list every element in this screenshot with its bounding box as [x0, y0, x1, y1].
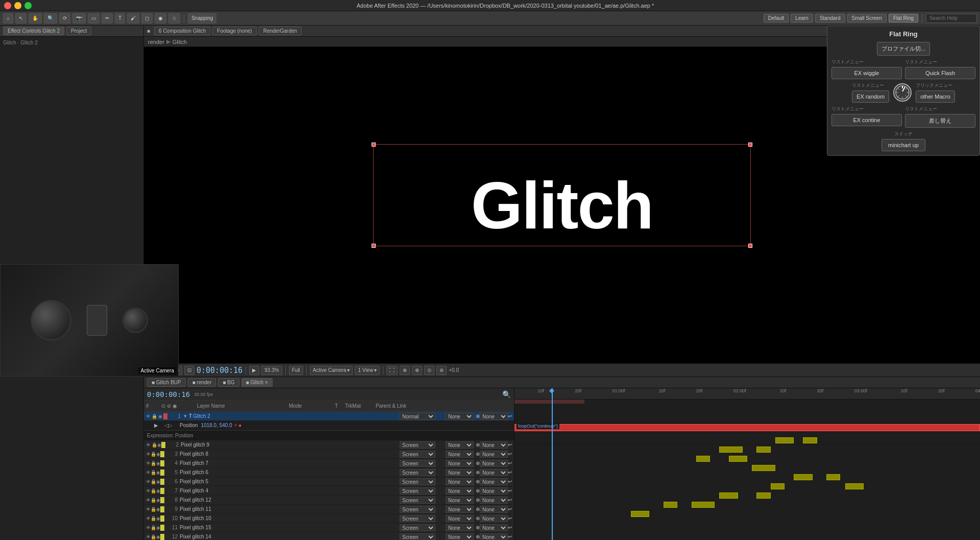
viewer-quality[interactable]: Full	[289, 366, 303, 375]
trk-2[interactable]: None	[446, 441, 474, 449]
layer-row-1[interactable]: 👁 🔒 ◉ 1 ▼ T Glitch 2 Normal None ⊕ None	[144, 412, 514, 421]
mode-select-1[interactable]: Normal	[400, 413, 435, 420]
minichart-up-button[interactable]: minichart up	[881, 139, 925, 151]
close-button[interactable]	[4, 2, 11, 9]
breadcrumb-glitch[interactable]: Glitch	[173, 39, 187, 45]
hand-tool[interactable]: ✋	[29, 13, 42, 24]
maximize-button[interactable]	[24, 2, 32, 9]
viewer-tools-2[interactable]: ⛶	[386, 366, 398, 375]
layer-row-11[interactable]: 👁 🔒 ◉ 11 Pixel glitch 15 Screen None ⊕ N…	[144, 523, 514, 532]
puppet-tool[interactable]: ☆	[168, 13, 180, 24]
trk-12[interactable]: None	[446, 533, 474, 541]
zoom-tool[interactable]: 🔍	[44, 13, 57, 24]
viewer-view[interactable]: 1 View ▾	[355, 366, 380, 375]
parent-2[interactable]: None	[480, 441, 508, 449]
parent-9[interactable]: None	[480, 506, 508, 513]
parent-3[interactable]: None	[480, 451, 508, 458]
mode-2[interactable]: Screen	[400, 441, 435, 449]
eye-3[interactable]: 👁	[146, 452, 151, 457]
select-tool[interactable]: ↖	[15, 13, 27, 24]
layer-row-12[interactable]: 👁 🔒 ◉ 12 Pixel glitch 14 Screen None ⊕ N…	[144, 532, 514, 540]
viewer-tools-5[interactable]: ⊙	[424, 366, 434, 375]
timeline-tab-bg[interactable]: ■ BG	[218, 378, 239, 387]
rotate-tool[interactable]: ⟳	[59, 13, 70, 24]
parent-4[interactable]: None	[480, 460, 508, 467]
handle-tr[interactable]	[748, 143, 752, 147]
layer-row-8[interactable]: 👁 🔒 ◉ 8 Pixel glitch 12 Screen None ⊕ No…	[144, 496, 514, 505]
viewer-grid-btn[interactable]: ⊡	[184, 366, 194, 375]
profile-button[interactable]: プロファイル切...	[877, 42, 930, 56]
breadcrumb-render[interactable]: render	[148, 39, 164, 45]
layer-row-6[interactable]: 👁 🔒 ◉ 6 Pixel glitch 5 Screen None ⊕ Non…	[144, 477, 514, 486]
trk-11[interactable]: None	[446, 524, 474, 531]
solo-3[interactable]: ◉	[156, 452, 160, 457]
lock-3[interactable]: 🔒	[151, 452, 156, 457]
workspace-standard[interactable]: Standard	[815, 14, 845, 22]
layer-row-10[interactable]: 👁 🔒 ◉ 10 Pixel glitch 10 Screen None ⊕ N…	[144, 514, 514, 523]
viewer-tools-6[interactable]: ⊚	[436, 366, 447, 375]
handle-br[interactable]	[748, 244, 752, 248]
trk-3[interactable]: None	[446, 451, 474, 458]
eraser-tool[interactable]: ◻	[141, 13, 153, 24]
pen-tool[interactable]: ✏	[102, 13, 113, 24]
eye-2[interactable]: 👁	[146, 442, 151, 448]
dial-icon[interactable]	[893, 83, 912, 102]
mode-10[interactable]: Screen	[400, 515, 435, 522]
eye-icon-1[interactable]: 👁	[146, 414, 151, 419]
comp-tab-render[interactable]: RenderGarden	[259, 27, 302, 35]
search-input[interactable]	[926, 14, 977, 23]
viewer-tools-3[interactable]: ⊕	[400, 366, 410, 375]
mode-8[interactable]: Screen	[400, 497, 435, 504]
parent-5[interactable]: None	[480, 469, 508, 476]
parent-7[interactable]: None	[480, 487, 508, 495]
rectangle-tool[interactable]: ▭	[88, 13, 100, 24]
other-macro-button[interactable]: other Macro	[916, 90, 955, 103]
brush-tool[interactable]: 🖌	[127, 13, 139, 24]
mode-6[interactable]: Screen	[400, 478, 435, 485]
lock-2[interactable]: 🔒	[152, 442, 157, 448]
viewer-zoom[interactable]: 93.3%	[261, 366, 282, 375]
lock-icon-1[interactable]: 🔒	[152, 414, 157, 419]
timeline-tab-glitch[interactable]: ■ Glitch ×	[241, 378, 273, 387]
project-tab[interactable]: Project	[66, 27, 91, 35]
text-tool[interactable]: T	[115, 13, 125, 24]
quick-flash-button[interactable]: Quick Flash	[905, 67, 975, 79]
ex-wiggle-button[interactable]: EX wiggle	[831, 67, 902, 79]
mode-5[interactable]: Screen	[400, 469, 435, 476]
layer-row-2[interactable]: 👁 🔒 ◉ 2 Pixel glitch 9 Screen None ⊕ Non…	[144, 440, 514, 450]
handle-bl[interactable]	[372, 244, 376, 248]
trk-4[interactable]: None	[446, 460, 474, 467]
solo-icon-1[interactable]: ◉	[158, 414, 162, 419]
layer-row-9[interactable]: 👁 🔒 ◉ 9 Pixel glitch 11 Screen None ⊕ No…	[144, 505, 514, 514]
mode-11[interactable]: Screen	[400, 524, 435, 531]
parent-6[interactable]: None	[480, 478, 508, 485]
parent-12[interactable]: None	[480, 533, 508, 541]
trk-10[interactable]: None	[446, 515, 474, 522]
parent-10[interactable]: None	[480, 515, 508, 522]
ex-contine-button[interactable]: EX contine	[831, 114, 902, 126]
position-value[interactable]: 1018.0, 540.0	[201, 422, 232, 428]
comp-tab-footage[interactable]: Footage (none)	[212, 27, 256, 35]
trk-5[interactable]: None	[446, 469, 474, 476]
parent-select-1[interactable]: None	[480, 413, 508, 420]
timeline-tab-render[interactable]: ■ render	[188, 378, 216, 387]
pos-expand[interactable]: ▶	[154, 422, 164, 428]
viewer-tools-4[interactable]: ⊗	[412, 366, 422, 375]
workspace-small-screen[interactable]: Small Screen	[847, 14, 887, 22]
mode-9[interactable]: Screen	[400, 506, 435, 513]
effect-controls-tab[interactable]: Effect Controls Glitch 2	[3, 27, 64, 35]
home-tool[interactable]: ⌂	[3, 13, 13, 24]
workspace-learn[interactable]: Learn	[791, 14, 813, 22]
layer-row-7[interactable]: 👁 🔒 ◉ 7 Pixel glitch 4 Screen None ⊕ Non…	[144, 486, 514, 496]
timeline-tab-glitch-bup[interactable]: ■ Glitch BUP	[147, 378, 186, 387]
expand-1[interactable]: ▼	[183, 413, 188, 419]
mode-7[interactable]: Screen	[400, 487, 435, 495]
mode-3[interactable]: Screen	[400, 451, 435, 458]
parent-8[interactable]: None	[480, 497, 508, 504]
viewer-play-btn[interactable]: ▶	[249, 366, 259, 375]
mode-4[interactable]: Screen	[400, 460, 435, 467]
roto-tool[interactable]: ◉	[155, 13, 166, 24]
parent-11[interactable]: None	[480, 524, 508, 531]
ex-random-button[interactable]: EX random	[852, 90, 889, 103]
handle-tl[interactable]	[372, 143, 376, 147]
